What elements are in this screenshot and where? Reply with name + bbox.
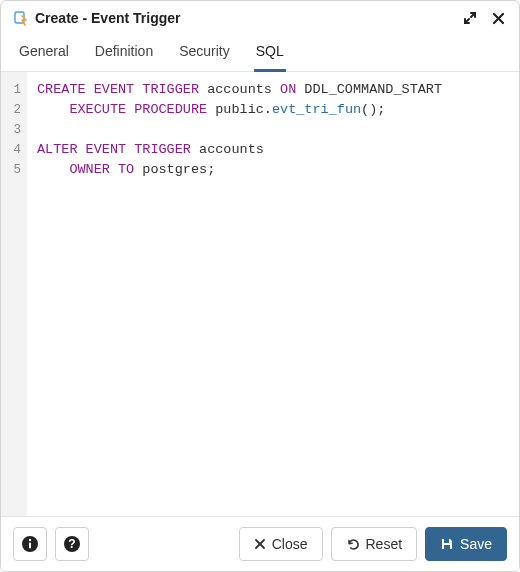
maximize-icon[interactable] (461, 9, 479, 27)
svg-rect-2 (29, 543, 31, 549)
dialog-title: Create - Event Trigger (35, 10, 181, 26)
line-number: 1 (5, 80, 21, 100)
svg-text:?: ? (68, 537, 75, 551)
tab-definition[interactable]: Definition (93, 37, 155, 72)
dialog-footer: ? Close Reset Save (1, 516, 519, 571)
svg-rect-7 (444, 545, 450, 549)
svg-rect-6 (444, 539, 449, 543)
save-button[interactable]: Save (425, 527, 507, 561)
save-button-label: Save (460, 536, 492, 552)
code-line: EXECUTE PROCEDURE public.evt_tri_fun(); (37, 100, 442, 120)
close-button[interactable]: Close (239, 527, 323, 561)
line-gutter: 12345 (1, 72, 27, 516)
event-trigger-icon (13, 10, 29, 26)
code-line (37, 120, 442, 140)
tab-security[interactable]: Security (177, 37, 232, 72)
titlebar: Create - Event Trigger (1, 1, 519, 33)
sql-editor[interactable]: 12345 CREATE EVENT TRIGGER accounts ON D… (1, 72, 519, 516)
code-line: ALTER EVENT TRIGGER accounts (37, 140, 442, 160)
reset-button-label: Reset (366, 536, 403, 552)
line-number: 2 (5, 100, 21, 120)
help-button[interactable]: ? (55, 527, 89, 561)
dialog-create-event-trigger: Create - Event Trigger GeneralDefinition… (0, 0, 520, 572)
tab-sql[interactable]: SQL (254, 37, 286, 72)
tab-general[interactable]: General (17, 37, 71, 72)
info-button[interactable] (13, 527, 47, 561)
line-number: 3 (5, 120, 21, 140)
tab-bar: GeneralDefinitionSecuritySQL (1, 33, 519, 72)
code-area[interactable]: CREATE EVENT TRIGGER accounts ON DDL_COM… (27, 72, 452, 516)
close-window-icon[interactable] (489, 9, 507, 27)
line-number: 5 (5, 160, 21, 180)
code-line: CREATE EVENT TRIGGER accounts ON DDL_COM… (37, 80, 442, 100)
code-line: OWNER TO postgres; (37, 160, 442, 180)
line-number: 4 (5, 140, 21, 160)
svg-point-3 (29, 539, 31, 541)
reset-button[interactable]: Reset (331, 527, 418, 561)
close-button-label: Close (272, 536, 308, 552)
